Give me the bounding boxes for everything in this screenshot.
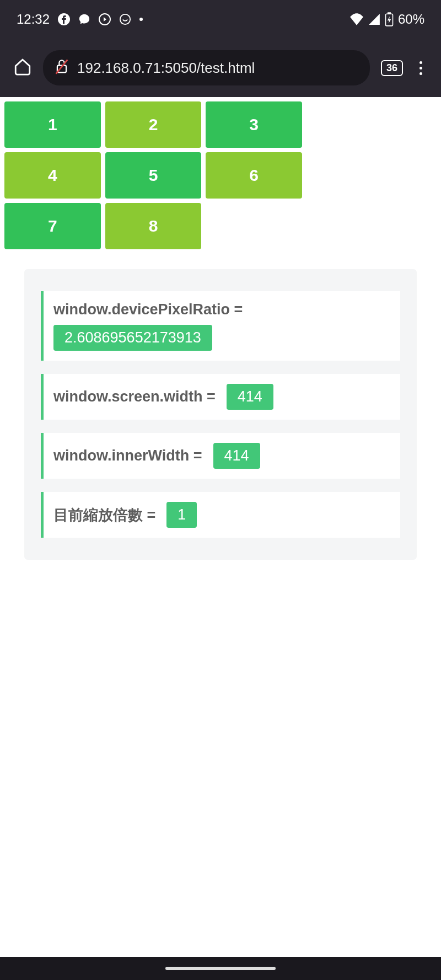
nav-handle[interactable]: [165, 967, 276, 970]
grid-cell-5[interactable]: 5: [105, 152, 202, 199]
facebook-icon: [57, 13, 71, 26]
tab-count[interactable]: 36: [381, 60, 403, 76]
info-row-zoom: 目前縮放倍數 = 1: [41, 492, 400, 538]
forward-circle-icon: [98, 13, 111, 26]
browser-bar: 192.168.0.71:5050/test.html 36: [0, 39, 441, 97]
grid-cell-2[interactable]: 2: [105, 101, 202, 148]
info-panel: window.devicePixelRatio = 2.608695652173…: [24, 269, 417, 560]
svg-rect-5: [388, 13, 390, 14]
url-bar[interactable]: 192.168.0.71:5050/test.html: [43, 50, 370, 85]
info-value: 1: [166, 502, 197, 528]
status-time: 12:32: [17, 12, 50, 27]
info-row-device-pixel-ratio: window.devicePixelRatio = 2.608695652173…: [41, 291, 400, 361]
home-icon[interactable]: [13, 57, 32, 78]
info-label: window.innerWidth =: [53, 447, 202, 464]
chat-icon: [78, 13, 90, 25]
info-value: 414: [213, 443, 260, 469]
info-row-inner-width: window.innerWidth = 414: [41, 433, 400, 479]
page-content: 1 2 3 4 5 6 7 8 window.devicePixelRatio …: [0, 97, 441, 560]
info-value: 2.608695652173913: [53, 325, 212, 351]
svg-point-3: [139, 18, 143, 21]
status-bar: 12:32 60%: [0, 0, 441, 39]
info-value: 414: [227, 384, 273, 410]
grid-cell-6[interactable]: 6: [206, 152, 302, 199]
nav-bar: [0, 957, 441, 980]
battery-percent: 60%: [398, 12, 424, 27]
info-label: 目前縮放倍數 =: [53, 505, 155, 525]
number-grid: 1 2 3 4 5 6 7 8: [4, 101, 302, 249]
info-label: window.screen.width =: [53, 388, 216, 405]
circle-icon: [119, 13, 131, 25]
wifi-icon: [349, 13, 364, 25]
grid-cell-1[interactable]: 1: [4, 101, 101, 148]
status-left: 12:32: [17, 12, 143, 27]
info-label: window.devicePixelRatio =: [53, 301, 243, 318]
grid-cell-7[interactable]: 7: [4, 203, 101, 249]
battery-icon: [385, 12, 394, 26]
dot-icon: [139, 17, 143, 22]
insecure-icon: [54, 58, 69, 77]
menu-icon[interactable]: [414, 61, 428, 75]
url-text: 192.168.0.71:5050/test.html: [77, 60, 255, 77]
svg-point-2: [120, 14, 130, 24]
grid-cell-4[interactable]: 4: [4, 152, 101, 199]
status-right: 60%: [349, 12, 424, 27]
signal-icon: [368, 13, 380, 25]
grid-cell-3[interactable]: 3: [206, 101, 302, 148]
grid-cell-8[interactable]: 8: [105, 203, 202, 249]
info-row-screen-width: window.screen.width = 414: [41, 374, 400, 420]
